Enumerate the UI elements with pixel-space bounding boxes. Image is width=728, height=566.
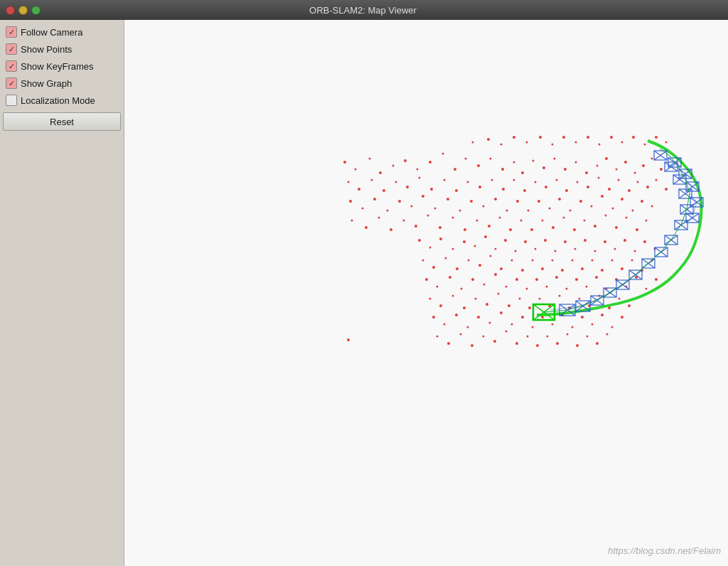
svg-point-246 (513, 136, 515, 139)
svg-point-250 (562, 136, 565, 139)
svg-point-148 (511, 260, 513, 262)
svg-point-168 (483, 284, 486, 286)
svg-point-1 (343, 161, 346, 164)
svg-point-91 (378, 217, 380, 219)
svg-point-89 (351, 220, 353, 222)
svg-point-140 (422, 260, 424, 262)
title-bar: ORB-SLAM2: Map Viewer (0, 0, 728, 20)
show-points-row[interactable]: Show Points (3, 41, 121, 57)
follow-camera-label: Follow Camera (21, 27, 82, 38)
localization-mode-checkbox[interactable] (6, 95, 17, 106)
svg-point-132 (584, 239, 587, 242)
close-button[interactable] (6, 6, 15, 15)
svg-point-165 (449, 276, 451, 279)
svg-point-230 (493, 340, 496, 343)
svg-point-28 (642, 164, 645, 167)
map-viewer[interactable]: https://blog.csdn.net/Felaim (124, 20, 728, 566)
svg-point-142 (445, 257, 447, 260)
svg-point-131 (574, 248, 577, 250)
svg-point-143 (456, 267, 459, 270)
svg-point-225 (437, 336, 439, 338)
svg-point-114 (636, 228, 638, 231)
svg-point-57 (637, 181, 639, 183)
svg-point-93 (403, 220, 405, 222)
maximize-button[interactable] (31, 6, 41, 15)
map-canvas (124, 20, 728, 566)
svg-point-213 (511, 324, 513, 326)
svg-point-221 (592, 324, 594, 326)
svg-point-191 (486, 303, 488, 306)
svg-point-110 (594, 225, 596, 228)
svg-point-186 (429, 298, 432, 300)
svg-point-164 (437, 286, 439, 288)
show-keyframes-label: Show KeyFrames (21, 61, 94, 72)
svg-point-208 (455, 314, 458, 316)
svg-point-30 (660, 168, 663, 171)
svg-point-7 (417, 169, 419, 171)
svg-point-236 (556, 342, 559, 345)
svg-point-247 (526, 142, 528, 144)
svg-point-157 (601, 269, 604, 272)
window-title: ORB-SLAM2: Map Viewer (46, 5, 680, 16)
reset-button[interactable]: Reset (3, 112, 121, 131)
svg-point-62 (362, 208, 364, 210)
svg-point-94 (414, 225, 417, 228)
svg-point-205 (628, 304, 631, 307)
svg-point-220 (581, 316, 584, 319)
svg-point-71 (470, 200, 473, 203)
svg-point-88 (651, 205, 653, 208)
svg-point-67 (422, 195, 424, 198)
svg-point-238 (576, 344, 579, 347)
svg-point-150 (532, 260, 534, 262)
svg-point-226 (447, 342, 450, 345)
svg-point-8 (429, 161, 432, 164)
svg-point-214 (521, 316, 524, 319)
svg-point-234 (536, 344, 539, 347)
svg-point-134 (604, 240, 606, 243)
svg-point-152 (552, 260, 554, 262)
watermark: https://blog.csdn.net/Felaim (608, 545, 721, 556)
svg-point-248 (539, 136, 542, 139)
svg-point-34 (382, 189, 385, 192)
svg-point-49 (556, 179, 558, 181)
svg-point-153 (561, 269, 564, 272)
svg-point-212 (500, 311, 503, 314)
svg-point-159 (621, 267, 623, 270)
show-graph-row[interactable]: Show Graph (3, 75, 121, 91)
svg-point-167 (471, 278, 474, 281)
svg-point-188 (452, 295, 454, 297)
svg-point-42 (478, 186, 481, 188)
minimize-button[interactable] (18, 6, 28, 15)
show-points-checkbox[interactable] (6, 43, 17, 55)
localization-mode-row[interactable]: Localization Mode (3, 92, 121, 108)
show-keyframes-row[interactable]: Show KeyFrames (3, 58, 121, 74)
svg-point-18 (542, 166, 545, 169)
svg-point-29 (651, 158, 653, 160)
svg-point-39 (444, 179, 446, 181)
svg-point-249 (552, 144, 554, 146)
show-keyframes-checkbox[interactable] (6, 60, 17, 72)
svg-point-68 (434, 208, 437, 210)
svg-point-104 (530, 228, 533, 231)
svg-point-63 (373, 198, 376, 201)
svg-point-55 (618, 179, 620, 181)
svg-point-13 (490, 158, 492, 160)
svg-point-120 (463, 240, 466, 243)
svg-point-80 (569, 210, 572, 212)
svg-point-170 (505, 286, 508, 288)
svg-point-122 (484, 235, 487, 238)
svg-point-256 (632, 136, 635, 139)
svg-point-117 (429, 247, 432, 249)
follow-camera-checkbox[interactable] (6, 26, 17, 38)
svg-point-102 (509, 228, 512, 231)
svg-point-69 (446, 198, 449, 201)
follow-camera-row[interactable]: Follow Camera (3, 24, 121, 40)
svg-point-23 (596, 165, 599, 167)
svg-point-64 (387, 210, 389, 212)
svg-point-198 (559, 295, 561, 297)
svg-point-146 (490, 255, 492, 257)
svg-point-187 (439, 304, 442, 307)
svg-point-22 (585, 171, 588, 174)
show-graph-checkbox[interactable] (6, 78, 17, 89)
svg-point-10 (454, 168, 456, 171)
